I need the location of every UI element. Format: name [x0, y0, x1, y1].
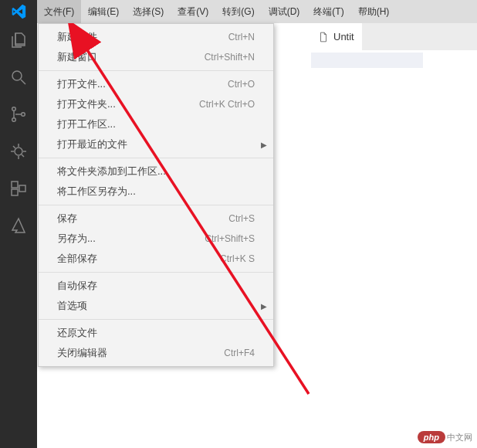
menu-item[interactable]: 首选项▶ [39, 296, 273, 316]
files-icon[interactable] [9, 31, 28, 49]
tab-label: Untit [333, 31, 354, 42]
app-logo [0, 0, 37, 23]
menu-item[interactable]: 将文件夹添加到工作区... [39, 161, 273, 182]
menu-separator [39, 272, 273, 273]
svg-point-4 [22, 113, 25, 117]
menu-item-label: 打开工作区... [57, 117, 116, 131]
activity-bar [0, 23, 37, 448]
menu-item[interactable]: 自动保存 [39, 276, 273, 296]
menu-item[interactable]: 新建文件Ctrl+N [39, 27, 273, 47]
debug-icon[interactable] [9, 142, 28, 161]
menu-separator [39, 319, 273, 320]
menu-bar-item[interactable]: 帮助(H) [351, 0, 397, 23]
azure-icon[interactable] [9, 216, 28, 235]
menu-bar-item[interactable]: 转到(G) [215, 0, 261, 23]
menu-item[interactable]: 关闭编辑器Ctrl+F4 [39, 343, 273, 363]
svg-line-1 [21, 80, 25, 84]
svg-point-3 [12, 118, 16, 122]
svg-point-0 [12, 71, 22, 80]
menu-item-label: 新建文件 [57, 30, 97, 44]
menu-item-label: 打开最近的文件 [57, 137, 127, 151]
watermark: php 中文网 [418, 431, 472, 443]
menu-item-label: 打开文件... [57, 77, 106, 91]
menu-item-label: 将工作区另存为... [57, 185, 136, 199]
menu-bar-item[interactable]: 查看(V) [171, 0, 215, 23]
menu-separator [39, 158, 273, 158]
menu-item-shortcut: Ctrl+K S [220, 253, 255, 264]
menu-item-shortcut: Ctrl+O [228, 79, 255, 90]
menu-item[interactable]: 保存Ctrl+S [39, 209, 273, 229]
svg-point-5 [15, 148, 22, 155]
svg-rect-12 [12, 182, 18, 188]
menu-item-label: 自动保存 [57, 279, 97, 293]
menu-item-label: 保存 [57, 212, 77, 226]
menu-item-shortcut: Ctrl+K Ctrl+O [199, 99, 255, 110]
svg-rect-14 [19, 185, 25, 192]
menu-item[interactable]: 另存为...Ctrl+Shift+S [39, 229, 273, 249]
menu-item-label: 新建窗口 [57, 50, 97, 64]
svg-line-10 [13, 146, 15, 148]
menu-item[interactable]: 打开文件...Ctrl+O [39, 74, 273, 94]
menu-separator [39, 205, 273, 205]
menu-item-label: 另存为... [57, 232, 96, 246]
tab-bar: Untit [310, 23, 477, 50]
vscode-icon [11, 4, 26, 19]
menu-separator [39, 70, 273, 71]
menu-item-shortcut: Ctrl+Shift+N [205, 52, 255, 63]
editor-tab[interactable]: Untit [310, 23, 362, 50]
menu-bar-item[interactable]: 文件(F) [37, 0, 81, 23]
menu-item[interactable]: 还原文件 [39, 323, 273, 343]
file-icon [318, 32, 329, 42]
menu-item[interactable]: 全部保存Ctrl+K S [39, 249, 273, 269]
menu-bar-item[interactable]: 编辑(E) [81, 0, 126, 23]
menu-bar: 文件(F)编辑(E)选择(S)查看(V)转到(G)调试(D)终端(T)帮助(H) [0, 0, 477, 23]
menu-item-shortcut: Ctrl+F4 [224, 348, 255, 358]
menu-item-label: 将文件夹添加到工作区... [57, 165, 166, 178]
chevron-right-icon: ▶ [261, 141, 267, 149]
menu-bar-item[interactable]: 选择(S) [126, 0, 171, 23]
menu-item-shortcut: Ctrl+S [228, 213, 255, 224]
menu-bar-item[interactable]: 调试(D) [262, 0, 307, 23]
file-menu-dropdown: 新建文件Ctrl+N新建窗口Ctrl+Shift+N打开文件...Ctrl+O打… [38, 23, 274, 367]
chevron-right-icon: ▶ [261, 302, 267, 311]
menu-item-label: 打开文件夹... [57, 97, 116, 111]
line-number: 1 [465, 54, 477, 66]
search-icon[interactable] [9, 68, 28, 87]
menu-item-label: 还原文件 [57, 326, 97, 340]
extensions-icon[interactable] [9, 179, 28, 198]
menu-item-label: 首选项 [57, 299, 87, 313]
menu-item[interactable]: 将工作区另存为... [39, 182, 273, 202]
watermark-text: 中文网 [447, 432, 472, 443]
menu-item-label: 全部保存 [57, 252, 97, 266]
menu-item[interactable]: 打开文件夹...Ctrl+K Ctrl+O [39, 94, 273, 114]
menu-item[interactable]: 新建窗口Ctrl+Shift+N [39, 47, 273, 67]
source-control-icon[interactable] [9, 105, 28, 124]
svg-rect-13 [12, 189, 18, 195]
watermark-pill: php [418, 431, 445, 443]
menu-bar-item[interactable]: 终端(T) [306, 0, 350, 23]
menu-item-label: 关闭编辑器 [57, 346, 107, 360]
menu-item[interactable]: 打开工作区... [39, 114, 273, 134]
line-highlight [311, 53, 423, 68]
svg-line-11 [22, 154, 24, 157]
menu-item-shortcut: Ctrl+N [228, 32, 255, 42]
menu-item[interactable]: 打开最近的文件▶ [39, 134, 273, 154]
menu-item-shortcut: Ctrl+Shift+S [205, 233, 255, 244]
svg-point-2 [12, 107, 16, 111]
main-area: Untit 1 新建文件Ctrl+N新建窗口Ctrl+Shift+N打开文件..… [0, 23, 477, 448]
